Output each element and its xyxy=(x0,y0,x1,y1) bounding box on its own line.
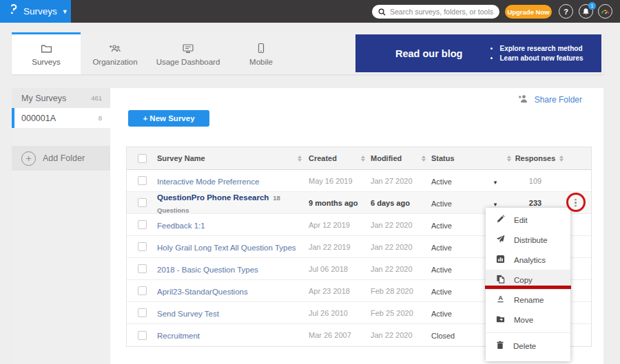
survey-name-link[interactable]: Send Survey Test xyxy=(157,310,219,318)
folder-count: 8 xyxy=(99,114,102,122)
select-all-checkbox[interactable] xyxy=(138,154,147,163)
trash-icon xyxy=(496,341,504,351)
blog-promo-banner[interactable]: Read our blog Explore research method Le… xyxy=(355,34,601,72)
folder-move-icon xyxy=(496,314,505,325)
status-value: Closed xyxy=(431,332,455,340)
modified-value: Feb 28 2020 xyxy=(371,287,413,295)
surveys-page: Surveys ▼ Upgrade Now ? 1 xyxy=(0,0,620,364)
bell-icon xyxy=(582,8,590,16)
tab-organization[interactable]: Organization xyxy=(81,32,149,74)
tab-surveys[interactable]: Surveys xyxy=(12,32,81,74)
modified-value: 6 days ago xyxy=(371,199,410,207)
created-value: Jan 22 2019 xyxy=(309,243,351,251)
created-value: Apr 12 2019 xyxy=(309,221,350,229)
module-tab-strip: Surveys Organization xyxy=(12,32,603,74)
menu-item-delete[interactable]: Delete xyxy=(486,336,570,356)
copy-icon xyxy=(496,275,505,285)
menu-item-label: Analytics xyxy=(514,256,546,264)
add-folder-button[interactable]: + Add Folder xyxy=(12,146,110,171)
modified-value: Jan 22 2020 xyxy=(371,221,413,229)
sidebar-item-000001A[interactable]: 000001A 8 xyxy=(12,108,110,128)
sidebar-item-my-surveys[interactable]: My Surveys 461 xyxy=(12,88,110,108)
table-header-row: Survey Name Created Modified Status xyxy=(127,147,591,170)
created-value: May 16 2019 xyxy=(309,177,353,185)
survey-name-link[interactable]: 2018 - Basic Question Types xyxy=(157,266,258,274)
sort-icon[interactable] xyxy=(298,156,302,162)
status-value: Active xyxy=(431,288,452,296)
menu-item-label: Copy xyxy=(514,276,533,284)
column-header-responses: Responses xyxy=(515,154,556,162)
sort-icon[interactable] xyxy=(507,156,511,162)
sort-icon[interactable] xyxy=(559,156,564,162)
menu-item-rename[interactable]: A Rename xyxy=(486,290,570,310)
questionpro-logo-icon xyxy=(8,4,19,19)
menu-item-move[interactable]: Move xyxy=(486,310,570,330)
search-input[interactable] xyxy=(390,8,494,16)
tab-usage-dashboard[interactable]: Usage Dashboard xyxy=(149,32,227,74)
top-bar: Surveys ▼ Upgrade Now ? 1 xyxy=(0,0,620,23)
row-checkbox[interactable] xyxy=(138,264,147,273)
survey-name-link[interactable]: Holy Grail Long Text All Question Types xyxy=(157,244,296,252)
help-button[interactable]: ? xyxy=(559,4,573,19)
row-checkbox[interactable] xyxy=(138,308,147,317)
survey-name-link[interactable]: Interactive Mode Preferrence xyxy=(157,178,259,186)
column-header-status: Status xyxy=(431,154,455,162)
row-checkbox[interactable] xyxy=(138,220,147,229)
row-checkbox[interactable] xyxy=(138,242,147,251)
table-row: Interactive Mode Preferrence May 16 2019… xyxy=(127,170,591,192)
tab-mobile[interactable]: Mobile xyxy=(227,32,296,74)
menu-item-copy[interactable]: Copy xyxy=(486,270,570,290)
share-folder-label: Share Folder xyxy=(535,95,582,105)
tab-label: Surveys xyxy=(32,58,61,66)
usage-gauge-button[interactable] xyxy=(598,4,612,19)
modified-value: Jan 27 2020 xyxy=(371,177,413,185)
status-dropdown-caret[interactable]: ▾ xyxy=(494,179,497,186)
person-add-icon xyxy=(518,94,529,106)
survey-name-link[interactable]: April23-StandarQuestions xyxy=(157,288,248,296)
notification-badge: 1 xyxy=(588,2,596,10)
share-folder-link[interactable]: Share Folder xyxy=(518,94,582,106)
new-survey-button[interactable]: + New Survey xyxy=(128,110,209,127)
sort-icon[interactable] xyxy=(422,156,426,162)
menu-item-edit[interactable]: Edit xyxy=(486,210,570,230)
menu-item-analytics[interactable]: Analytics xyxy=(486,250,570,270)
promo-title: Read our blog xyxy=(395,48,462,59)
tab-label: Usage Dashboard xyxy=(156,58,220,66)
menu-item-distribute[interactable]: Distribute xyxy=(486,230,570,250)
global-search[interactable] xyxy=(372,5,499,19)
menu-item-label: Edit xyxy=(514,216,528,224)
pencil-icon xyxy=(496,215,505,225)
created-value: Apr 23 2018 xyxy=(309,287,350,295)
row-actions-kebab-icon[interactable] xyxy=(575,199,577,207)
upgrade-now-button[interactable]: Upgrade Now xyxy=(505,5,552,19)
chevron-down-icon: ▼ xyxy=(62,8,68,15)
row-checkbox[interactable] xyxy=(138,286,147,295)
survey-name-link[interactable]: Recruitment xyxy=(157,332,200,340)
tab-label: Organization xyxy=(92,58,137,66)
created-value: Jul 26 2010 xyxy=(309,309,348,317)
row-checkbox[interactable] xyxy=(138,176,147,185)
status-value: Active xyxy=(431,222,452,230)
dashboard-icon xyxy=(182,43,194,54)
created-value: Mar 26 2007 xyxy=(309,331,351,339)
sort-icon[interactable] xyxy=(361,156,365,162)
people-add-icon xyxy=(109,43,121,54)
promo-bullet: Learn about new features xyxy=(499,54,583,62)
modified-value: Jan 22 2020 xyxy=(371,265,413,273)
survey-name-link[interactable]: Feedback 1:1 xyxy=(157,222,205,230)
product-switcher[interactable]: Surveys ▼ xyxy=(0,0,71,23)
responses-value: 109 xyxy=(529,177,541,185)
paper-plane-icon xyxy=(496,235,505,245)
status-dropdown-caret[interactable]: ▾ xyxy=(494,201,497,208)
row-checkbox[interactable] xyxy=(138,198,147,207)
row-checkbox[interactable] xyxy=(138,331,147,340)
module-title: Surveys xyxy=(23,6,57,17)
notifications-button[interactable]: 1 xyxy=(579,4,593,19)
search-icon xyxy=(378,8,386,16)
created-value: 9 months ago xyxy=(309,199,358,207)
survey-name-link[interactable]: QuestionPro Phone Research xyxy=(157,193,269,202)
folder-label: My Surveys xyxy=(21,94,66,103)
row-actions-context-menu: Edit Distribute Analytics Copy A Rename xyxy=(486,208,570,361)
promo-bullet-list: Explore research method Learn about new … xyxy=(490,43,583,64)
modified-value: Feb 25 2020 xyxy=(371,309,413,317)
